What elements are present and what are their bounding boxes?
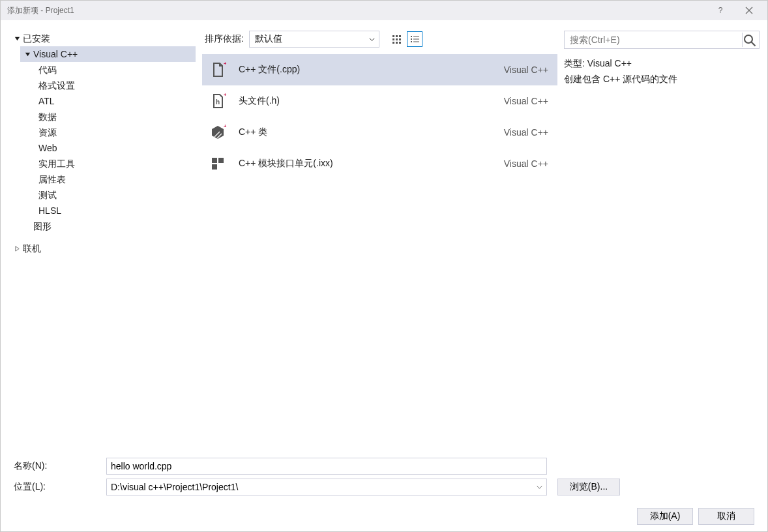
description-line: 创建包含 C++ 源代码的文件 — [564, 74, 760, 85]
tree-label: 联机 — [23, 241, 41, 256]
tree-label: 格式设置 — [38, 78, 75, 93]
search-box[interactable] — [564, 31, 760, 49]
tree-label: Visual C++ — [33, 46, 78, 62]
svg-rect-3 — [399, 35, 401, 37]
sort-select[interactable]: 默认值 — [249, 31, 379, 48]
svg-text:++: ++ — [224, 124, 226, 129]
svg-text:?: ? — [718, 7, 723, 14]
svg-rect-10 — [411, 36, 412, 37]
tree-node-web[interactable]: Web — [36, 140, 196, 156]
template-panel: 排序依据: 默认值 — [199, 24, 560, 452]
tree-node-code[interactable]: 代码 — [36, 62, 196, 78]
browse-button[interactable]: 浏览(B)... — [557, 479, 620, 495]
tree-label: 实用工具 — [38, 156, 75, 171]
details-panel: 类型: Visual C++ 创建包含 C++ 源代码的文件 — [561, 24, 762, 452]
tree-node-resource[interactable]: 资源 — [36, 125, 196, 140]
search-input[interactable] — [570, 35, 742, 45]
svg-rect-13 — [413, 39, 419, 40]
cancel-button[interactable]: 取消 — [698, 508, 754, 525]
tree-label: 已安装 — [23, 31, 50, 46]
main-area: 已安装 Visual C++ 代码 格式设置 ATL 数据 资源 Web 实用工… — [6, 24, 762, 452]
location-row: 位置(L): 浏览(B)... — [10, 477, 758, 497]
template-item-header-file[interactable]: h++ 头文件(.h) Visual C++ — [202, 85, 557, 117]
template-item-cpp-class[interactable]: ++ C++ 类 Visual C++ — [202, 117, 557, 148]
tree-label: ATL — [38, 93, 55, 109]
name-row: 名称(N): — [10, 456, 758, 477]
location-dropdown-button[interactable] — [532, 479, 546, 495]
list-icon — [410, 35, 419, 44]
close-icon — [745, 7, 753, 14]
type-line: 类型: Visual C++ — [564, 58, 760, 70]
svg-rect-4 — [392, 38, 394, 40]
name-label: 名称(N): — [10, 460, 106, 472]
tree-node-test[interactable]: 测试 — [36, 187, 196, 203]
template-item-cpp-file[interactable]: ++ C++ 文件(.cpp) Visual C++ — [202, 54, 557, 85]
template-label: C++ 类 — [239, 126, 504, 138]
tree-label: 代码 — [38, 62, 57, 78]
tree-node-visual-cpp[interactable]: Visual C++ — [20, 46, 196, 62]
svg-rect-11 — [413, 37, 419, 37]
tree-node-installed[interactable]: 已安装 — [10, 31, 196, 46]
svg-rect-12 — [411, 38, 412, 40]
svg-rect-15 — [413, 42, 419, 42]
search-icon — [743, 33, 756, 47]
tree-node-online[interactable]: 联机 — [10, 241, 196, 256]
cpp-module-icon — [209, 155, 227, 173]
chevron-down-icon — [12, 34, 22, 43]
svg-rect-14 — [411, 41, 412, 42]
template-lang: Visual C++ — [504, 127, 548, 138]
template-label: C++ 模块接口单元(.ixx) — [239, 158, 504, 170]
tree-label: Web — [38, 140, 57, 156]
tree-label: 资源 — [38, 125, 57, 140]
close-button[interactable] — [735, 1, 763, 20]
help-icon: ? — [716, 7, 724, 14]
svg-rect-21 — [218, 158, 224, 163]
view-mode-buttons — [389, 31, 422, 47]
chevron-right-icon — [12, 244, 22, 253]
location-input[interactable] — [106, 479, 547, 495]
tree-node-data[interactable]: 数据 — [36, 109, 196, 125]
help-button[interactable]: ? — [706, 1, 735, 20]
add-button[interactable]: 添加(A) — [637, 508, 693, 525]
name-input[interactable] — [106, 458, 547, 475]
template-lang: Visual C++ — [504, 158, 548, 169]
tree-node-hlsl[interactable]: HLSL — [36, 203, 196, 218]
view-list-button[interactable] — [407, 31, 422, 47]
template-label: 头文件(.h) — [239, 95, 504, 107]
svg-text:++: ++ — [224, 93, 226, 98]
search-button[interactable] — [742, 33, 756, 47]
svg-rect-20 — [212, 158, 217, 163]
svg-rect-9 — [399, 42, 401, 44]
template-item-cpp-module[interactable]: C++ 模块接口单元(.ixx) Visual C++ — [202, 148, 557, 179]
template-list: ++ C++ 文件(.cpp) Visual C++ h++ 头文件(.h) V… — [202, 54, 557, 449]
svg-rect-5 — [396, 38, 398, 40]
svg-rect-6 — [399, 38, 401, 40]
tree-node-property-sheet[interactable]: 属性表 — [36, 171, 196, 187]
dialog-buttons: 添加(A) 取消 — [10, 497, 758, 526]
view-grid-button[interactable] — [389, 31, 404, 47]
chevron-down-icon — [369, 34, 375, 44]
bottom-area: 名称(N): 位置(L): 浏览(B)... 添加(A) 取消 — [6, 452, 762, 526]
svg-point-23 — [745, 35, 752, 43]
svg-text:++: ++ — [224, 61, 226, 66]
tree-node-atl[interactable]: ATL — [36, 93, 196, 109]
sort-toolbar: 排序依据: 默认值 — [202, 31, 557, 54]
chevron-down-icon — [537, 484, 542, 490]
location-combo[interactable] — [106, 479, 547, 495]
tree-node-utility[interactable]: 实用工具 — [36, 156, 196, 171]
svg-rect-2 — [396, 35, 398, 37]
template-label: C++ 文件(.cpp) — [239, 64, 504, 76]
titlebar: 添加新项 - Project1 ? — [1, 1, 767, 20]
tree-label: 数据 — [38, 109, 57, 125]
svg-rect-22 — [212, 164, 217, 170]
svg-text:h: h — [216, 98, 220, 106]
cpp-class-icon: ++ — [209, 123, 227, 141]
template-lang: Visual C++ — [504, 65, 548, 75]
location-label: 位置(L): — [10, 481, 106, 493]
tree-label: 测试 — [38, 187, 57, 203]
grid-icon — [392, 35, 401, 44]
tree-node-graphics[interactable]: 图形 — [20, 218, 196, 234]
tree-label: 属性表 — [38, 171, 66, 187]
tree-node-format[interactable]: 格式设置 — [36, 78, 196, 93]
svg-rect-1 — [392, 35, 394, 37]
